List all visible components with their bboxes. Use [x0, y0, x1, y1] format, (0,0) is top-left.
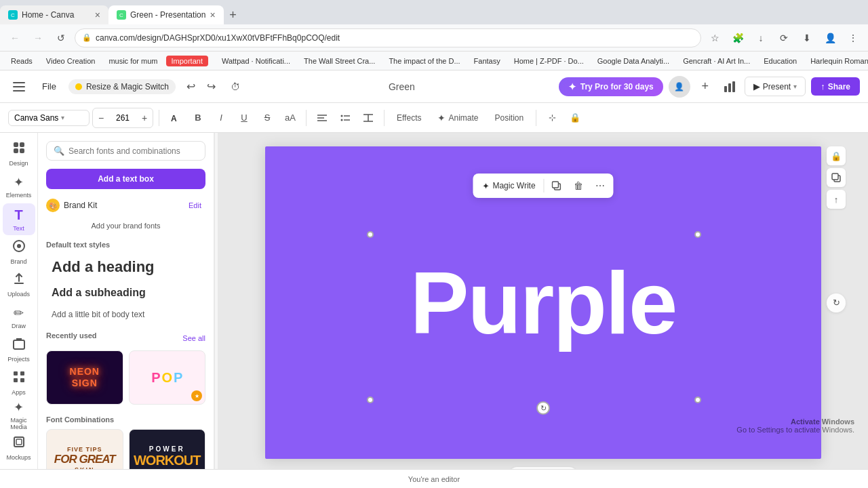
sidebar-item-projects[interactable]: Projects: [3, 334, 35, 365]
sidebar-item-design[interactable]: Design: [3, 138, 35, 169]
align-button[interactable]: [312, 108, 332, 128]
canvas-share-icon[interactable]: ↑: [827, 190, 846, 209]
floating-copy-button[interactable]: [547, 176, 566, 195]
text-color-button[interactable]: A: [165, 108, 185, 128]
bookmark-gencraft[interactable]: Gencraft · AI Art In...: [677, 56, 755, 66]
bookmark-education[interactable]: Education: [758, 56, 802, 66]
refresh-button[interactable]: ↻: [827, 293, 846, 312]
canvas-purple-text[interactable]: Purple: [410, 252, 677, 354]
bookmark-google-data[interactable]: Google Data Analyti...: [592, 56, 675, 66]
browser-tab-2[interactable]: C Green - Presentation ×: [108, 5, 224, 24]
user-avatar[interactable]: 👤: [669, 76, 690, 98]
lock-btn[interactable]: 🔒: [565, 108, 585, 128]
sidebar-item-mockups[interactable]: Mockups: [3, 432, 35, 464]
extension-icon-1[interactable]: 🧩: [728, 28, 747, 47]
add-body-item[interactable]: Add a little bit of body text: [46, 306, 205, 323]
add-text-box-button[interactable]: Add a text box: [46, 169, 205, 189]
font-size-increase[interactable]: +: [136, 108, 153, 127]
animate-button[interactable]: ✦ Animate: [431, 110, 485, 126]
bold-button[interactable]: B: [188, 108, 208, 128]
sidebar-item-brand[interactable]: Brand: [3, 237, 35, 268]
skin-combo-thumb[interactable]: FIVE TIPS FOR GREAT SKIN: [46, 429, 123, 469]
browser-tab-1[interactable]: C Home - Canva ×: [0, 5, 108, 24]
bookmark-harlequin[interactable]: Harlequin Romance...: [805, 56, 868, 66]
bookmark-impact[interactable]: The impact of the D...: [383, 56, 465, 66]
list-button[interactable]: [335, 108, 355, 128]
sidebar-item-magic-media[interactable]: ✦ Magic Media: [3, 400, 35, 431]
canvas-area: ✦ Magic Write 🗑 ⋯: [218, 133, 868, 469]
canvas-wrapper: ✦ Magic Write 🗑 ⋯: [265, 146, 821, 459]
canvas-copy-icon[interactable]: [827, 168, 846, 187]
bookmark-zpdf[interactable]: Home | Z-PDF · Do...: [509, 56, 589, 66]
canvas-lock-icon[interactable]: 🔒: [827, 146, 846, 165]
bookmark-wattpad[interactable]: Wattpad · Notificati...: [216, 56, 296, 66]
try-pro-button[interactable]: ✦ Try Pro for 30 days: [559, 77, 663, 96]
bookmark-wallstreet[interactable]: The Wall Street Cra...: [298, 56, 380, 66]
floating-more-button[interactable]: ⋯: [591, 176, 610, 195]
search-box[interactable]: 🔍: [46, 141, 205, 161]
menu-icon[interactable]: ⋮: [844, 28, 863, 47]
sidebar-item-apps[interactable]: Apps: [3, 367, 35, 398]
rotate-handle[interactable]: ↻: [536, 401, 550, 415]
floating-delete-button[interactable]: 🗑: [569, 176, 588, 195]
magic-write-button[interactable]: ✦ Magic Write: [477, 178, 540, 194]
neon-sign-thumb[interactable]: NEONSIGN: [46, 350, 123, 405]
sidebar-item-uploads[interactable]: Uploads: [3, 269, 35, 300]
download-icon[interactable]: ⬇: [797, 28, 816, 47]
font-selector[interactable]: Canva Sans ▾: [8, 110, 90, 126]
bookmark-video-creation[interactable]: Video Creation: [41, 56, 101, 66]
sidebar-item-draw[interactable]: ✏ Draw: [3, 302, 35, 333]
file-menu[interactable]: File: [35, 79, 63, 94]
history-icon[interactable]: ⟳: [774, 28, 793, 47]
italic-button[interactable]: I: [211, 108, 231, 128]
pop-thumb[interactable]: POP ★: [129, 350, 206, 405]
forward-button[interactable]: →: [28, 28, 47, 47]
resize-magic-switch[interactable]: Resize & Magic Switch: [68, 79, 176, 94]
sidebar-item-elements[interactable]: ✦ Elements: [3, 171, 35, 202]
add-page-button[interactable]: + + Add page: [509, 467, 578, 469]
bookmark-star-icon[interactable]: ☆: [705, 28, 724, 47]
bookmark-fantasy[interactable]: Fantasy: [469, 56, 506, 66]
address-bar[interactable]: 🔒 canva.com/design/DAGHSprXD0/xu1XwX0tVB…: [75, 28, 701, 47]
underline-button[interactable]: U: [234, 108, 254, 128]
handle-bottom-right[interactable]: [694, 396, 701, 403]
profile-icon[interactable]: 👤: [821, 28, 840, 47]
undo-button[interactable]: ↩: [181, 77, 200, 96]
add-subheading-item[interactable]: Add a subheading: [46, 283, 205, 303]
analytics-icon[interactable]: [720, 77, 739, 96]
sidebar-item-text[interactable]: T Text: [3, 203, 35, 235]
workout-combo-thumb[interactable]: POWER WORKOUT ★★★★★ ★: [129, 429, 206, 469]
effects-button[interactable]: Effects: [390, 110, 428, 125]
handle-top-right[interactable]: [694, 231, 701, 238]
spacing-button[interactable]: [358, 108, 378, 128]
back-button[interactable]: ←: [5, 28, 24, 47]
extension-icon-2[interactable]: ↓: [751, 28, 770, 47]
bookmark-music-for-mum[interactable]: music for mum: [103, 56, 163, 66]
add-brand-fonts-link[interactable]: Add your brand fonts: [46, 219, 205, 232]
see-all-link[interactable]: See all: [182, 334, 205, 342]
handle-bottom-left[interactable]: [367, 396, 374, 403]
tab-2-close[interactable]: ×: [210, 9, 215, 20]
brand-kit-edit-button[interactable]: Edit: [184, 200, 205, 211]
resize-handle-btn[interactable]: ⊹: [542, 108, 562, 128]
font-size-decrease[interactable]: −: [93, 108, 109, 127]
case-button[interactable]: aA: [280, 108, 300, 128]
hamburger-button[interactable]: [8, 76, 30, 98]
search-input[interactable]: [68, 146, 198, 156]
redo-button[interactable]: ↪: [201, 77, 220, 96]
new-tab-button[interactable]: +: [224, 5, 243, 24]
reload-button[interactable]: ↺: [52, 28, 71, 47]
add-heading-item[interactable]: Add a heading: [46, 254, 205, 280]
position-button[interactable]: Position: [488, 110, 531, 125]
bookmark-important[interactable]: Important: [166, 56, 208, 66]
uploads-icon: [12, 272, 26, 289]
timer-icon[interactable]: ⏱: [226, 77, 245, 96]
add-user-button[interactable]: +: [696, 77, 715, 96]
tab-1-close[interactable]: ×: [95, 9, 100, 20]
handle-top-left[interactable]: [367, 231, 374, 238]
share-button[interactable]: ↑ Share: [811, 77, 860, 96]
bookmark-reads[interactable]: Reads: [5, 56, 38, 66]
strikethrough-button[interactable]: S: [257, 108, 277, 128]
present-button[interactable]: ▶ Present ▾: [745, 77, 806, 96]
font-size-input[interactable]: [109, 108, 136, 127]
